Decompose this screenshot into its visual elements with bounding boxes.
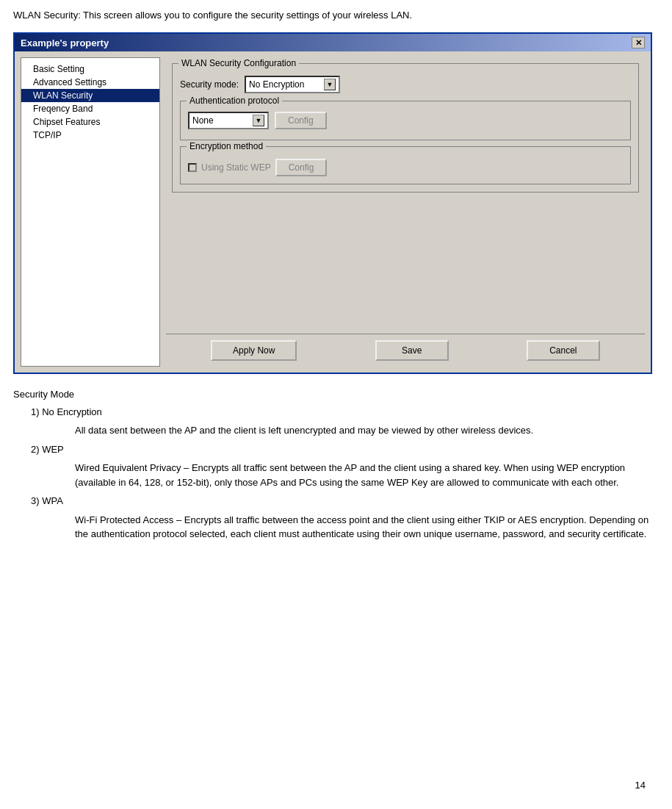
- encryption-method-legend: Encryption method: [187, 141, 266, 151]
- sidebar-item-wlan-security[interactable]: WLAN Security: [21, 89, 159, 102]
- sidebar-item-freqency-band[interactable]: Freqency Band: [21, 102, 159, 115]
- body-section: Security Mode 1) No Encryption All data …: [13, 387, 659, 542]
- auth-protocol-value: None: [192, 115, 250, 126]
- item-1-description: All data sent between the AP and the cli…: [75, 423, 659, 438]
- auth-protocol-row: None ▼ Config: [188, 112, 623, 129]
- wlan-security-group: WLAN Security Configuration Security mod…: [172, 63, 639, 193]
- main-content: WLAN Security Configuration Security mod…: [166, 57, 645, 367]
- intro-text: WLAN Security: This screen allows you to…: [13, 9, 659, 22]
- auth-protocol-group: Authentication protocol None ▼ Config: [180, 101, 631, 140]
- security-mode-dropdown-arrow[interactable]: ▼: [324, 79, 336, 90]
- page-number: 14: [635, 780, 646, 791]
- security-mode-row: Security mode: No Encryption ▼: [180, 76, 631, 93]
- dialog-window: Example's property ✕ Basic Setting Advan…: [13, 32, 652, 374]
- auth-protocol-legend: Authentication protocol: [187, 96, 282, 106]
- sidebar-item-chipset-features[interactable]: Chipset Features: [21, 115, 159, 129]
- item-1-heading: 1) No Encryption: [31, 405, 659, 420]
- sidebar-item-tcpip[interactable]: TCP/IP: [21, 129, 159, 142]
- item-3: 3) WPA Wi-Fi Protected Access – Encrypts…: [31, 494, 659, 542]
- dialog-body: Basic Setting Advanced Settings WLAN Sec…: [15, 51, 651, 373]
- auth-protocol-inner: None ▼ Config: [188, 112, 623, 129]
- static-wep-checkbox[interactable]: [188, 163, 197, 172]
- static-wep-row: Using Static WEP Config: [188, 159, 623, 176]
- encryption-method-inner: Using Static WEP Config: [188, 159, 623, 176]
- sidebar-item-basic-setting[interactable]: Basic Setting: [21, 62, 159, 76]
- item-2-description: Wired Equivalent Privacy – Encrypts all …: [75, 461, 659, 489]
- auth-protocol-config-button[interactable]: Config: [275, 112, 327, 129]
- cancel-button[interactable]: Cancel: [527, 340, 600, 361]
- item-1: 1) No Encryption All data sent between t…: [31, 405, 659, 438]
- static-wep-label: Using Static WEP: [201, 162, 271, 173]
- item-2: 2) WEP Wired Equivalent Privacy – Encryp…: [31, 442, 659, 490]
- encryption-method-group: Encryption method Using Static WEP Confi…: [180, 146, 631, 184]
- apply-now-button[interactable]: Apply Now: [211, 340, 297, 361]
- encryption-config-button[interactable]: Config: [275, 159, 328, 176]
- dialog-title: Example's property: [21, 37, 109, 48]
- auth-protocol-dropdown-arrow[interactable]: ▼: [253, 115, 264, 126]
- dialog-close-button[interactable]: ✕: [632, 37, 645, 48]
- auth-protocol-select[interactable]: None ▼: [188, 112, 269, 129]
- dialog-footer: Apply Now Save Cancel: [166, 334, 645, 367]
- item-3-description: Wi-Fi Protected Access – Encrypts all tr…: [75, 513, 659, 542]
- security-mode-label: Security mode:: [180, 79, 239, 90]
- sidebar: Basic Setting Advanced Settings WLAN Sec…: [21, 57, 160, 367]
- sidebar-item-advanced-settings[interactable]: Advanced Settings: [21, 76, 159, 89]
- content-panel: WLAN Security Configuration Security mod…: [166, 57, 645, 329]
- item-2-heading: 2) WEP: [31, 442, 659, 457]
- wlan-security-legend: WLAN Security Configuration: [178, 58, 299, 68]
- dialog-titlebar: Example's property ✕: [15, 34, 651, 51]
- security-mode-select[interactable]: No Encryption ▼: [245, 76, 340, 93]
- security-mode-heading: Security Mode: [13, 387, 659, 402]
- save-button[interactable]: Save: [375, 340, 449, 361]
- wlan-security-inner: Security mode: No Encryption ▼ Authentic…: [180, 76, 631, 184]
- item-3-heading: 3) WPA: [31, 494, 659, 508]
- security-mode-value: No Encryption: [249, 79, 321, 90]
